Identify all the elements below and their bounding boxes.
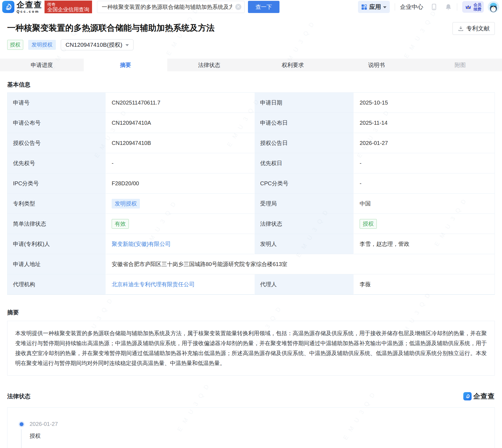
field-label: 专利类型 <box>7 194 106 214</box>
field-value: CN120947410A <box>106 113 255 133</box>
crown-icon <box>465 3 472 11</box>
penguin-avatar-image <box>488 1 499 13</box>
field-label: 代理机构 <box>7 274 106 295</box>
status-badge: 授权 <box>7 40 23 50</box>
field-value: - <box>106 153 255 173</box>
patent-number-select[interactable]: CN120947410B(授权) <box>61 39 134 50</box>
field-value: 安徽省合肥市庐阳区三十岗乡三国城路80号能源研究院专家综合楼613室 <box>106 254 495 274</box>
field-label: 简单法律状态 <box>7 214 106 234</box>
enterprise-center-link[interactable]: 企业中心 <box>400 3 423 11</box>
apps-menu[interactable]: 应用 <box>358 1 390 13</box>
notifications-bell-icon[interactable] <box>445 3 452 11</box>
brand-name: 企查查 <box>17 1 42 9</box>
divider <box>395 3 395 11</box>
field-label: 受理局 <box>255 194 354 214</box>
divider <box>457 3 457 11</box>
page-title: 一种核聚变装置的多热源联合储能与辅助加热系统及方法 <box>7 22 215 34</box>
field-label: 申请公布号 <box>7 113 106 133</box>
vip-label-line2: 续费 <box>474 7 481 11</box>
granted-status-badge: 授权 <box>360 219 377 229</box>
field-label: 优先权号 <box>7 153 106 173</box>
slogan-line2: 全国企业信用查询 <box>47 7 89 13</box>
qcc-spiral-icon <box>4 2 13 11</box>
tab-abstract[interactable]: 摘要 <box>84 59 168 71</box>
search-button[interactable]: 查一下 <box>248 1 279 13</box>
field-value: 李雪，赵志理，訾政 <box>354 234 495 254</box>
qcc-wordmark[interactable]: 企查查 Qcc.com <box>17 1 42 13</box>
grid-icon <box>361 4 367 10</box>
tab-bar: 申请进度 摘要 法律状态 权利要求 说明书 附图 <box>0 59 502 71</box>
field-label: 代理人 <box>255 274 354 295</box>
top-bar: 企查查 Qcc.com 传奇 全国企业信用查询 ✕ 查一下 应用 企业中心 <box>0 0 502 13</box>
chevron-down-icon <box>125 44 129 46</box>
apps-label: 应用 <box>369 3 381 11</box>
field-label: 申请(专利权)人 <box>7 234 106 254</box>
field-value: 北京科迪生专利代理有限责任公司 <box>106 274 255 295</box>
field-value: 李薇 <box>354 274 495 295</box>
field-value: CN202511470611.7 <box>106 93 255 113</box>
tab-claims[interactable]: 权利要求 <box>251 59 335 71</box>
field-label: 申请号 <box>7 93 106 113</box>
agency-company-link[interactable]: 北京科迪生专利代理有限责任公司 <box>112 281 195 288</box>
abstract-heading: 摘要 <box>7 309 495 316</box>
field-value: - <box>354 153 495 173</box>
legal-status-timeline: 2026-01-27 授权 <box>7 407 495 448</box>
field-label: 申请日期 <box>255 93 354 113</box>
applicant-company-link[interactable]: 聚变新能(安徽)有限公司 <box>112 240 171 248</box>
mobile-app-icon[interactable] <box>430 3 438 11</box>
timeline-item: 2026-01-27 授权 <box>20 421 495 440</box>
tab-description[interactable]: 说明书 <box>335 59 419 71</box>
field-value: 2026-01-27 <box>354 133 495 153</box>
qcc-brand-name: 企查查 <box>473 392 495 401</box>
basic-info-heading: 基本信息 <box>7 81 495 88</box>
field-value: 发明授权 <box>106 194 255 214</box>
patent-document-label: 专利文献 <box>466 25 490 32</box>
download-icon <box>458 25 464 32</box>
field-label: 法律状态 <box>255 214 354 234</box>
field-value: 授权 <box>354 214 495 234</box>
field-label: 优先权日 <box>255 153 354 173</box>
field-label: 申请人地址 <box>7 254 106 274</box>
header-actions: 应用 企业中心 会员 续费 <box>358 1 499 13</box>
abstract-box: 本发明提供一种核聚变装置的多热源联合储能与辅助加热系统及方法，属于核聚变装置能量… <box>7 321 495 376</box>
search-box: ✕ <box>97 1 245 13</box>
search-input[interactable] <box>97 1 245 13</box>
field-value: 中国 <box>354 194 495 214</box>
timeline-connector <box>21 429 22 448</box>
qcc-watermark-brand: 企查查 <box>463 392 495 401</box>
timeline-status: 授权 <box>30 432 495 440</box>
patent-number-selected: CN120947410B(授权) <box>66 41 122 49</box>
qcc-logo-icon <box>463 392 472 400</box>
legal-status-heading: 法律状态 <box>7 392 30 400</box>
field-label: 授权公告号 <box>7 133 106 153</box>
brand-domain: Qcc.com <box>17 10 42 13</box>
user-avatar[interactable] <box>488 1 499 13</box>
slogan-line1: 传奇 <box>47 2 89 7</box>
field-value: 聚变新能(安徽)有限公司 <box>106 234 255 254</box>
valid-status-badge: 有效 <box>112 219 129 229</box>
patent-type-badge: 发明授权 <box>28 40 56 50</box>
clear-search-icon[interactable]: ✕ <box>235 4 241 10</box>
field-label: 授权公告日 <box>255 133 354 153</box>
qcc-logo-icon[interactable] <box>2 1 14 13</box>
tab-drawings[interactable]: 附图 <box>418 59 502 71</box>
timeline-date: 2026-01-27 <box>30 421 58 427</box>
vip-renew-button[interactable]: 会员 续费 <box>462 1 484 13</box>
field-value: CN120947410B <box>106 133 255 153</box>
field-label: 发明人 <box>255 234 354 254</box>
field-label: 申请公布日 <box>255 113 354 133</box>
basic-info-table: 申请号 CN202511470611.7 申请日期 2025-10-15 申请公… <box>7 92 495 295</box>
field-value: F28D20/00 <box>106 173 255 194</box>
patent-document-button[interactable]: 专利文献 <box>453 22 495 35</box>
field-label: IPC分类号 <box>7 173 106 194</box>
field-value: 有效 <box>106 214 255 234</box>
field-label: CPC分类号 <box>255 173 354 194</box>
tab-legal-status[interactable]: 法律状态 <box>167 59 251 71</box>
field-value: 2025-10-15 <box>354 93 495 113</box>
tab-application-progress[interactable]: 申请进度 <box>0 59 84 71</box>
patent-type-badge: 发明授权 <box>112 199 140 209</box>
chevron-down-icon <box>383 6 386 8</box>
field-value: - <box>354 173 495 194</box>
timeline-dot-icon <box>20 422 23 426</box>
slogan-badge: 传奇 全国企业信用查询 <box>45 1 92 13</box>
